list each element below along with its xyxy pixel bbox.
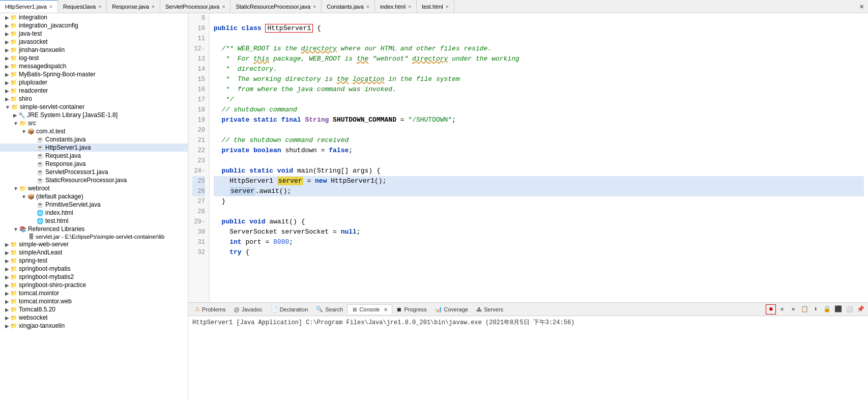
- clear-console-button[interactable]: ⬇: [811, 304, 821, 315]
- tree-arrow-icon[interactable]: ▶: [5, 315, 9, 321]
- sidebar-item-request[interactable]: ☕ Request.java: [0, 152, 188, 160]
- sidebar-item-jinshan[interactable]: ▶ 📁 jinshan-tanxuelin: [0, 46, 188, 54]
- tree-arrow-icon[interactable]: ▶: [5, 250, 9, 255]
- tab-servers[interactable]: 🖧 Servers: [472, 305, 507, 314]
- tree-arrow-icon[interactable]: ▶: [5, 55, 9, 61]
- tab-test[interactable]: test.html ✕: [417, 0, 454, 13]
- sidebar-item-constants[interactable]: ☕ Constants.java: [0, 135, 188, 144]
- tab-close-icon[interactable]: ✕: [49, 4, 52, 10]
- tab-close-icon[interactable]: ✕: [98, 4, 101, 10]
- tab-request[interactable]: RequestJava ✕: [58, 0, 107, 13]
- tree-arrow-icon[interactable]: ▶: [5, 282, 9, 288]
- tree-arrow-icon[interactable]: ▶: [5, 323, 9, 329]
- tab-close-icon[interactable]: ✕: [313, 4, 316, 10]
- sidebar-item-primitiveservlet[interactable]: ☕ PrimitiveServlet.java: [0, 201, 188, 209]
- tree-arrow-icon[interactable]: ▶: [5, 291, 9, 296]
- tree-arrow-icon[interactable]: ▶: [5, 72, 9, 77]
- tab-response[interactable]: Response.java ✕: [107, 0, 160, 13]
- sidebar-item-servletprocessor1[interactable]: ☕ ServletProcessor1.java: [0, 168, 188, 176]
- tab-javadoc[interactable]: @ Javadoc: [229, 305, 266, 314]
- tree-arrow-icon[interactable]: ▶: [5, 258, 9, 264]
- sidebar-item-shiro[interactable]: ▶ 📁 shiro: [0, 95, 188, 103]
- tree-arrow-icon[interactable]: ▶: [5, 64, 9, 69]
- tree-arrow-icon[interactable]: ▶: [5, 96, 9, 102]
- tree-arrow-icon[interactable]: ▶: [5, 266, 9, 272]
- tree-arrow-icon[interactable]: ▼: [13, 121, 18, 126]
- sidebar-item-simple-web[interactable]: ▶ 📁 simple-web-server: [0, 240, 188, 248]
- sidebar-item-mybatis[interactable]: ▶ 📁 MyBatis-Spring-Boot-master: [0, 70, 188, 78]
- tree-arrow-icon[interactable]: ▶: [5, 39, 9, 45]
- sidebar-item-pluploader[interactable]: ▶ 📁 pluploader: [0, 78, 188, 87]
- tab-constants[interactable]: Constants.java ✕: [322, 0, 375, 13]
- tab-servletprocessor[interactable]: ServletProcessor.java ✕: [160, 0, 230, 13]
- tab-search[interactable]: 🔍 Search: [312, 304, 347, 314]
- sidebar-item-java-test[interactable]: ▶ 📁 java-test: [0, 30, 188, 38]
- sidebar-item-integration-javaconfig[interactable]: ▶ 📁 integration_javaconfig: [0, 21, 188, 30]
- tree-arrow-icon[interactable]: ▼: [13, 226, 18, 232]
- open-console-button[interactable]: ⬜: [844, 304, 854, 315]
- sidebar-item-index-html[interactable]: 🌐 index.html: [0, 209, 188, 217]
- terminate-button[interactable]: ✕: [777, 304, 787, 315]
- tree-arrow-icon[interactable]: ▶: [5, 274, 9, 280]
- tab-coverage[interactable]: 📊 Coverage: [431, 304, 473, 314]
- sidebar-item-spring-test[interactable]: ▶ 📁 spring-test: [0, 256, 188, 265]
- tree-arrow-icon[interactable]: ▼: [21, 129, 26, 134]
- sidebar-item-response[interactable]: ☕ Response.java: [0, 160, 188, 168]
- tree-arrow-icon[interactable]: ▶: [5, 242, 9, 247]
- tab-declaration[interactable]: 📄 Declaration: [267, 304, 312, 314]
- sidebar-item-log-test[interactable]: ▶ 📁 log-test: [0, 54, 188, 62]
- tab-x-icon[interactable]: ✕: [384, 307, 388, 312]
- tab-close-icon[interactable]: ✕: [222, 4, 225, 10]
- tree-arrow-icon[interactable]: ▶: [5, 23, 9, 28]
- tab-index[interactable]: index.html ✕: [375, 0, 417, 13]
- tree-arrow-icon[interactable]: ▶: [5, 299, 9, 304]
- sidebar-item-springboot-mybatis[interactable]: ▶ 📁 springboot-mybatis: [0, 265, 188, 273]
- sidebar-item-readcenter[interactable]: ▶ 📁 readcenter: [0, 87, 188, 95]
- code-editor[interactable]: 9 10 11 12◦ 13 14 15 16 17 18 19 20 21 2…: [188, 13, 868, 302]
- sidebar-item-servlet-jar[interactable]: 🗄 servlet.jar - E:\EclipsePs\simple-serv…: [0, 233, 188, 240]
- sidebar-item-default-pkg[interactable]: ▼ 📦 (default package): [0, 192, 188, 201]
- sidebar-item-springboot-shiro[interactable]: ▶ 📁 springboot-shiro-practice: [0, 281, 188, 289]
- sidebar-item-tomcat-mointor-web[interactable]: ▶ 📁 tomcat.mointor.web: [0, 297, 188, 305]
- sidebar-item-staticresource[interactable]: ☕ StaticResourceProcessor.java: [0, 176, 188, 184]
- tree-arrow-icon[interactable]: ▶: [5, 31, 9, 37]
- sidebar-item-tomcat-mointor[interactable]: ▶ 📁 tomcat.mointor: [0, 289, 188, 297]
- sidebar-item-httpserver1[interactable]: ☕ HttpServer1.java: [0, 144, 188, 152]
- tree-arrow-icon[interactable]: ▶: [13, 112, 17, 118]
- tab-close-icon[interactable]: ✕: [408, 4, 411, 10]
- sidebar-item-src[interactable]: ▼ 📁 src: [0, 119, 188, 127]
- tree-arrow-icon[interactable]: ▼: [21, 194, 26, 200]
- sidebar-item-com-xl-test[interactable]: ▼ 📦 com.xl.test: [0, 127, 188, 135]
- tab-progress[interactable]: ⏹ Progress: [392, 305, 430, 314]
- sidebar-item-integration[interactable]: ▶ 📁 integration: [0, 13, 188, 21]
- tab-close-icon[interactable]: ✕: [446, 4, 449, 10]
- remove-launches-button[interactable]: 📋: [799, 304, 809, 315]
- sidebar-item-simple-servlet[interactable]: ▼ 📁 simple-servlet-container: [0, 103, 188, 111]
- sidebar-item-xingjao[interactable]: ▶ 📁 xingjao-tanxuelin: [0, 322, 188, 330]
- sidebar-item-javasocket[interactable]: ▶ 📁 javasocket: [0, 38, 188, 46]
- sidebar-item-websocket[interactable]: ▶ 📁 websocket: [0, 314, 188, 322]
- sidebar-item-webroot[interactable]: ▼ 📁 webroot: [0, 184, 188, 192]
- tree-arrow-icon[interactable]: ▶: [5, 88, 9, 94]
- tab-console[interactable]: 🖥 Console ✕: [347, 304, 392, 314]
- tab-httpserver1[interactable]: HttpServer1.java ✕: [0, 0, 58, 13]
- tree-arrow-icon[interactable]: ▶: [5, 307, 9, 312]
- disconnect-button[interactable]: ✕: [788, 304, 798, 315]
- tree-arrow-icon[interactable]: ▶: [5, 15, 9, 20]
- sidebar-item-tomcat8[interactable]: ▶ 📁 Tomcat8.5.20: [0, 305, 188, 314]
- sidebar-item-jre[interactable]: ▶ 🔧 JRE System Library [JavaSE-1.8]: [0, 111, 188, 119]
- pin-console-button[interactable]: 📌: [855, 304, 865, 315]
- tab-problems[interactable]: ⚠ Problems: [191, 304, 229, 314]
- sidebar-item-test-html[interactable]: 🌐 test.html: [0, 217, 188, 225]
- tree-arrow-icon[interactable]: ▶: [5, 80, 9, 86]
- sidebar-item-messagedispatch[interactable]: ▶ 📁 messagedispatch: [0, 62, 188, 70]
- tab-close-icon[interactable]: ✕: [366, 4, 369, 10]
- code-content[interactable]: public class HttpServer1 { /** WEB_ROOT …: [210, 13, 868, 302]
- tree-arrow-icon[interactable]: ▶: [5, 47, 9, 53]
- sidebar-item-ref-libs[interactable]: ▼ 📚 Referenced Libraries: [0, 225, 188, 233]
- tree-arrow-icon[interactable]: ▼: [13, 186, 18, 191]
- tab-close-icon[interactable]: ✕: [152, 4, 155, 10]
- tab-staticresource[interactable]: StaticResourceProcessor.java ✕: [230, 0, 322, 13]
- sidebar-item-springboot-mybatis2[interactable]: ▶ 📁 springboot-mybatis2: [0, 273, 188, 281]
- tree-arrow-icon[interactable]: ▼: [5, 104, 10, 110]
